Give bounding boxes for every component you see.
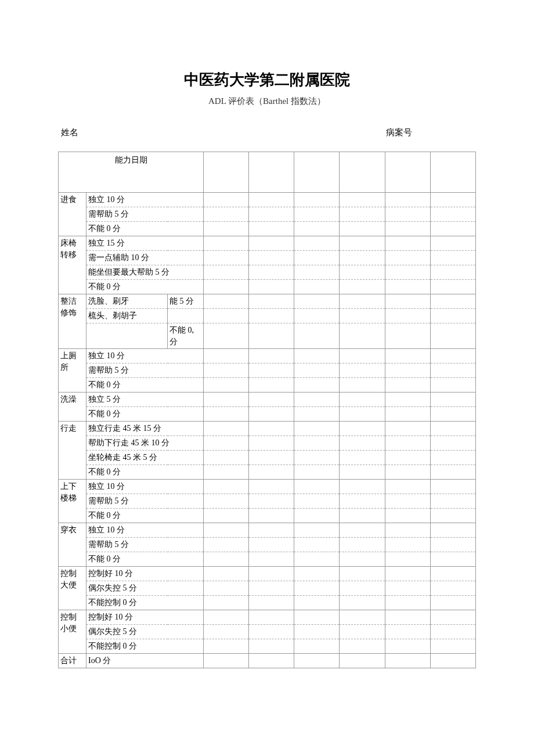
score-cell[interactable]	[204, 538, 249, 552]
score-cell[interactable]	[204, 451, 249, 465]
score-cell[interactable]	[385, 294, 430, 309]
score-cell[interactable]	[204, 407, 249, 422]
score-cell[interactable]	[385, 393, 430, 407]
score-cell[interactable]	[430, 309, 475, 323]
score-cell[interactable]	[385, 222, 430, 236]
score-cell[interactable]	[249, 538, 294, 552]
score-cell[interactable]	[385, 152, 430, 193]
score-cell[interactable]	[204, 480, 249, 494]
score-cell[interactable]	[249, 509, 294, 523]
score-cell[interactable]	[385, 407, 430, 422]
score-cell[interactable]	[430, 610, 475, 625]
score-cell[interactable]	[340, 393, 385, 407]
score-cell[interactable]	[249, 581, 294, 596]
score-cell[interactable]	[385, 251, 430, 265]
score-cell[interactable]	[340, 251, 385, 265]
score-cell[interactable]	[249, 294, 294, 309]
score-cell[interactable]	[430, 494, 475, 509]
score-cell[interactable]	[430, 625, 475, 639]
score-cell[interactable]	[294, 349, 340, 363]
score-cell[interactable]	[430, 422, 475, 436]
score-cell[interactable]	[204, 207, 249, 222]
score-cell[interactable]	[249, 523, 294, 538]
score-cell[interactable]	[204, 494, 249, 509]
score-cell[interactable]	[249, 465, 294, 480]
score-cell[interactable]	[249, 596, 294, 610]
score-cell[interactable]	[204, 280, 249, 294]
score-cell[interactable]	[340, 581, 385, 596]
score-cell[interactable]	[385, 451, 430, 465]
score-cell[interactable]	[430, 378, 475, 393]
score-cell[interactable]	[430, 581, 475, 596]
score-cell[interactable]	[340, 465, 385, 480]
score-cell[interactable]	[340, 639, 385, 654]
score-cell[interactable]	[249, 152, 294, 193]
score-cell[interactable]	[294, 610, 340, 625]
score-cell[interactable]	[204, 639, 249, 654]
score-cell[interactable]	[430, 393, 475, 407]
score-cell[interactable]	[340, 280, 385, 294]
score-cell[interactable]	[385, 207, 430, 222]
score-cell[interactable]	[385, 625, 430, 639]
score-cell[interactable]	[204, 422, 249, 436]
score-cell[interactable]	[340, 480, 385, 494]
score-cell[interactable]	[204, 436, 249, 451]
score-cell[interactable]	[204, 465, 249, 480]
score-cell[interactable]	[204, 509, 249, 523]
score-cell[interactable]	[385, 265, 430, 280]
score-cell[interactable]	[294, 236, 340, 251]
score-cell[interactable]	[249, 251, 294, 265]
score-cell[interactable]	[294, 193, 340, 207]
score-cell[interactable]	[430, 465, 475, 480]
score-cell[interactable]	[385, 465, 430, 480]
score-cell[interactable]	[294, 393, 340, 407]
score-cell[interactable]	[430, 509, 475, 523]
score-cell[interactable]	[294, 465, 340, 480]
score-cell[interactable]	[294, 251, 340, 265]
score-cell[interactable]	[430, 538, 475, 552]
score-cell[interactable]	[430, 349, 475, 363]
score-cell[interactable]	[294, 654, 340, 668]
score-cell[interactable]	[430, 407, 475, 422]
score-cell[interactable]	[249, 378, 294, 393]
score-cell[interactable]	[340, 625, 385, 639]
score-cell[interactable]	[204, 323, 249, 349]
score-cell[interactable]	[294, 323, 340, 349]
score-cell[interactable]	[204, 378, 249, 393]
score-cell[interactable]	[385, 596, 430, 610]
score-cell[interactable]	[249, 451, 294, 465]
score-cell[interactable]	[340, 523, 385, 538]
score-cell[interactable]	[249, 280, 294, 294]
score-cell[interactable]	[249, 639, 294, 654]
score-cell[interactable]	[294, 567, 340, 581]
score-cell[interactable]	[340, 309, 385, 323]
score-cell[interactable]	[249, 265, 294, 280]
score-cell[interactable]	[294, 294, 340, 309]
score-cell[interactable]	[294, 265, 340, 280]
score-cell[interactable]	[249, 480, 294, 494]
score-cell[interactable]	[430, 207, 475, 222]
score-cell[interactable]	[385, 581, 430, 596]
score-cell[interactable]	[249, 436, 294, 451]
score-cell[interactable]	[340, 222, 385, 236]
score-cell[interactable]	[340, 236, 385, 251]
score-cell[interactable]	[294, 581, 340, 596]
score-cell[interactable]	[430, 567, 475, 581]
score-cell[interactable]	[249, 407, 294, 422]
score-cell[interactable]	[340, 596, 385, 610]
score-cell[interactable]	[204, 309, 249, 323]
score-cell[interactable]	[294, 523, 340, 538]
score-cell[interactable]	[340, 323, 385, 349]
score-cell[interactable]	[249, 393, 294, 407]
score-cell[interactable]	[204, 567, 249, 581]
score-cell[interactable]	[294, 422, 340, 436]
score-cell[interactable]	[340, 349, 385, 363]
score-cell[interactable]	[385, 480, 430, 494]
score-cell[interactable]	[385, 236, 430, 251]
score-cell[interactable]	[294, 309, 340, 323]
score-cell[interactable]	[430, 523, 475, 538]
score-cell[interactable]	[294, 363, 340, 378]
score-cell[interactable]	[340, 363, 385, 378]
score-cell[interactable]	[249, 625, 294, 639]
score-cell[interactable]	[249, 422, 294, 436]
